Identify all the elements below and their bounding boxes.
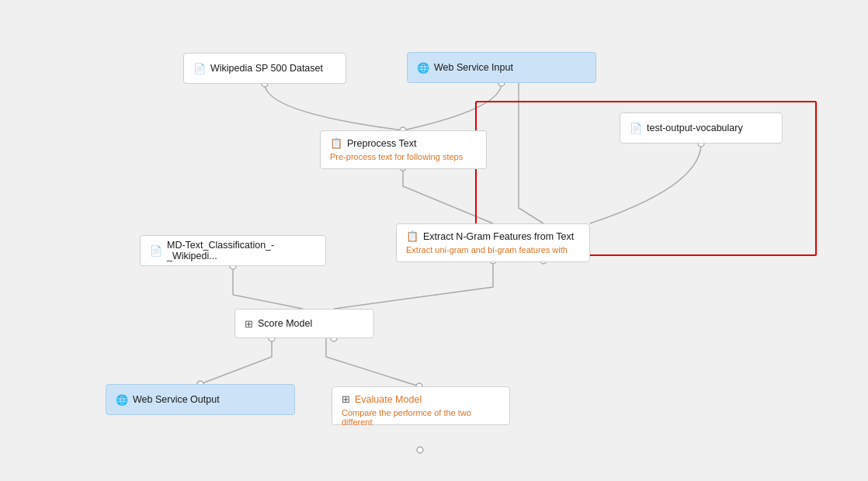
score-model-node[interactable]: ⊞ Score Model [234, 309, 374, 338]
ngram-icon: 📋 [406, 230, 418, 242]
web-service-output-node[interactable]: 🌐 Web Service Output [106, 384, 295, 415]
web-service-output-label: Web Service Output [133, 394, 220, 405]
preprocess-text-node[interactable]: 📋 Preprocess Text Pre-process text for f… [320, 130, 487, 169]
ngram-label: Extract N-Gram Features from Text [423, 231, 574, 242]
md-text-label: MD-Text_Classification_-_Wikipedi... [167, 240, 316, 261]
web-service-output-icon: 🌐 [116, 394, 128, 406]
web-service-input-label: Web Service Input [434, 62, 513, 73]
md-text-node[interactable]: 📄 MD-Text_Classification_-_Wikipedi... [140, 235, 326, 266]
preprocess-subtitle: Pre-process text for following steps [330, 152, 477, 161]
test-output-vocab-node[interactable]: 📄 test-output-vocabulary [620, 112, 783, 144]
ngram-subtitle: Extract uni-gram and bi-gram features wi… [406, 245, 580, 254]
evaluate-icon: ⊞ [342, 393, 350, 405]
md-text-icon: 📄 [150, 245, 162, 257]
web-service-input-node[interactable]: 🌐 Web Service Input [407, 52, 596, 83]
svg-point-8 [417, 447, 423, 453]
evaluate-subtitle: Compare the performce of the two differe… [342, 408, 500, 427]
evaluate-label: Evaluate Model [355, 394, 422, 405]
vocab-label: test-output-vocabulary [647, 123, 743, 133]
wikipedia-label: Wikipedia SP 500 Dataset [210, 63, 323, 74]
extract-ngram-node[interactable]: 📋 Extract N-Gram Features from Text Extr… [396, 223, 590, 262]
evaluate-model-node[interactable]: ⊞ Evaluate Model Compare the performce o… [332, 386, 510, 425]
preprocess-label: Preprocess Text [347, 138, 416, 149]
score-label: Score Model [258, 318, 312, 329]
wikipedia-icon: 📄 [193, 63, 206, 74]
web-service-input-icon: 🌐 [417, 62, 429, 74]
score-icon: ⊞ [245, 318, 253, 330]
canvas: 📄 Wikipedia SP 500 Dataset 🌐 Web Service… [0, 0, 868, 481]
preprocess-icon: 📋 [330, 137, 342, 149]
wikipedia-node[interactable]: 📄 Wikipedia SP 500 Dataset [183, 53, 346, 84]
vocab-icon: 📄 [630, 123, 642, 134]
